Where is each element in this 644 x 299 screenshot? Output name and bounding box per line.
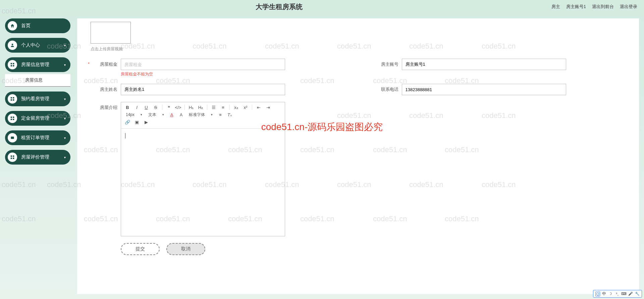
- chevron-down-icon: ▾: [64, 97, 66, 101]
- video-icon[interactable]: ▶: [143, 119, 149, 125]
- svg-rect-2: [13, 63, 14, 64]
- sidebar-item-appointment[interactable]: 预约看房管理 ▾: [5, 92, 70, 106]
- sidebar: 首页 个人中心 ▾ 房屋信息管理 ▾ 房屋信息 预约看房管理 ▾ 定金留房管理 …: [0, 13, 70, 299]
- clear-format-icon[interactable]: Tₓ: [227, 112, 233, 118]
- rich-text-editor: B I U S ❝ </> H₁ H₂ ☰ ≡: [121, 102, 285, 236]
- subscript-icon[interactable]: x₂: [233, 104, 239, 110]
- indent-icon[interactable]: ⇥: [265, 104, 271, 110]
- underline-icon[interactable]: U: [143, 104, 149, 110]
- sidebar-item-label: 租赁订单管理: [21, 135, 64, 141]
- bold-icon[interactable]: B: [124, 104, 130, 110]
- intro-label: 房屋介绍: [91, 102, 117, 111]
- italic-icon[interactable]: I: [134, 104, 140, 110]
- outdent-icon[interactable]: ⇤: [256, 104, 262, 110]
- bg-color-icon[interactable]: A: [178, 112, 184, 118]
- font-color-icon[interactable]: A: [169, 112, 175, 118]
- user-role: 房主: [551, 4, 560, 10]
- grid-icon: [8, 153, 17, 162]
- superscript-icon[interactable]: x²: [243, 104, 249, 110]
- sidebar-item-house-info[interactable]: 房屋信息管理 ▾: [5, 57, 70, 72]
- font-size-select[interactable]: 14px: [124, 112, 144, 117]
- svg-rect-8: [13, 99, 14, 101]
- svg-rect-17: [13, 158, 14, 159]
- sidebar-item-profile[interactable]: 个人中心 ▾: [5, 38, 70, 53]
- phone-label: 联系电话: [372, 84, 398, 93]
- h2-icon[interactable]: H₂: [198, 104, 204, 110]
- svg-rect-14: [11, 156, 12, 157]
- rent-label: 房屋租金: [91, 59, 117, 67]
- grid-icon: [8, 94, 17, 104]
- ime-bar[interactable]: Q 中 ☽ °, ⌨ 🎤 🔧: [593, 290, 642, 298]
- video-upload-box[interactable]: [91, 22, 131, 44]
- ime-settings-icon[interactable]: 🔧: [635, 292, 640, 296]
- header: 大学生租房系统 房主 房主账号1 退出到前台 退出登录: [0, 0, 644, 13]
- rent-input[interactable]: [121, 59, 285, 70]
- image-icon[interactable]: ▣: [134, 119, 140, 125]
- sidebar-item-orders[interactable]: 租赁订单管理 ▾: [5, 130, 70, 145]
- rent-error: 房屋租金不能为空: [121, 71, 345, 77]
- chevron-down-icon: ▾: [64, 117, 66, 120]
- header-actions: 房主 房主账号1 退出到前台 退出登录: [551, 4, 637, 10]
- code-icon[interactable]: </>: [175, 104, 181, 110]
- sidebar-sub-house-info[interactable]: 房屋信息: [5, 74, 70, 87]
- name-label: 房主姓名: [91, 84, 117, 93]
- svg-rect-5: [11, 97, 12, 99]
- font-type-select[interactable]: 文本: [147, 112, 165, 118]
- ime-keyboard-icon[interactable]: ⌨: [622, 292, 626, 296]
- quote-icon[interactable]: ❝: [166, 104, 172, 110]
- ime-logo-icon: Q: [595, 292, 600, 296]
- ticket-icon: [8, 133, 17, 142]
- ime-moon-icon[interactable]: ☽: [608, 292, 613, 296]
- font-family-select[interactable]: 标准字体: [187, 112, 214, 118]
- svg-rect-15: [13, 156, 14, 157]
- account-label: 房主账号: [372, 59, 398, 67]
- ordered-list-icon[interactable]: ☰: [211, 104, 217, 110]
- svg-rect-6: [13, 97, 14, 99]
- unordered-list-icon[interactable]: ≡: [220, 104, 226, 110]
- back-to-front-link[interactable]: 退出到前台: [592, 4, 614, 10]
- svg-rect-7: [11, 99, 12, 101]
- h1-icon[interactable]: H₁: [188, 104, 194, 110]
- editor-toolbar: B I U S ❝ </> H₁ H₂ ☰ ≡: [121, 102, 285, 129]
- sidebar-item-label: 首页: [21, 23, 66, 29]
- user-account[interactable]: 房主账号1: [566, 4, 586, 10]
- ime-lang[interactable]: 中: [602, 291, 606, 297]
- content-area: 点击上传房屋视频 房屋租金 房屋租金不能为空 房主账号 房主姓名: [77, 18, 639, 294]
- phone-input[interactable]: [402, 84, 566, 95]
- svg-rect-4: [13, 65, 14, 66]
- ime-punct-icon[interactable]: °,: [615, 292, 620, 296]
- upload-hint: 点击上传房屋视频: [91, 46, 626, 52]
- grid-icon: [8, 60, 17, 69]
- sidebar-item-label: 房屋评价管理: [21, 154, 64, 160]
- grid-icon: [8, 114, 17, 123]
- svg-point-0: [12, 44, 13, 45]
- svg-rect-9: [11, 117, 12, 118]
- user-icon: [8, 41, 17, 50]
- app-title: 大学生租房系统: [7, 2, 551, 11]
- link-icon[interactable]: 🔗: [124, 119, 130, 125]
- chevron-down-icon: ▾: [64, 44, 66, 47]
- sidebar-item-deposit[interactable]: 定金留房管理 ▾: [5, 111, 70, 126]
- submit-button[interactable]: 提交: [121, 243, 160, 255]
- editor-content[interactable]: [121, 129, 285, 236]
- svg-rect-13: [11, 137, 14, 139]
- svg-rect-10: [13, 117, 14, 118]
- logout-link[interactable]: 退出登录: [620, 4, 637, 10]
- sidebar-item-label: 定金留房管理: [21, 115, 64, 121]
- svg-rect-12: [13, 119, 14, 120]
- name-input[interactable]: [121, 84, 285, 95]
- sidebar-item-home[interactable]: 首页: [5, 18, 70, 33]
- strikethrough-icon[interactable]: S: [153, 104, 159, 110]
- sidebar-item-label: 预约看房管理: [21, 96, 64, 102]
- svg-rect-11: [11, 119, 12, 120]
- svg-rect-1: [11, 63, 12, 64]
- ime-mic-icon[interactable]: 🎤: [628, 292, 633, 296]
- account-input[interactable]: [402, 59, 566, 70]
- align-icon[interactable]: ≡: [217, 112, 223, 118]
- chevron-down-icon: ▾: [64, 156, 66, 159]
- svg-rect-3: [11, 65, 12, 66]
- sidebar-item-label: 个人中心: [21, 42, 64, 48]
- cancel-button[interactable]: 取消: [166, 243, 205, 255]
- sidebar-item-reviews[interactable]: 房屋评价管理 ▾: [5, 150, 70, 165]
- chevron-down-icon: ▾: [64, 136, 66, 140]
